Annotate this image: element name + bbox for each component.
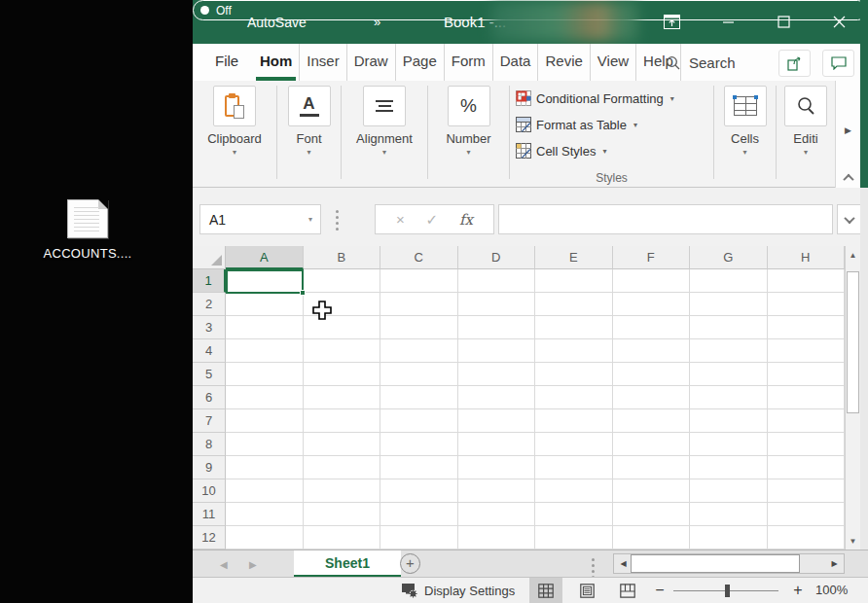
cell-d12[interactable]: [458, 526, 536, 550]
row-header-2[interactable]: 2: [193, 293, 226, 316]
format-as-table-button[interactable]: Format as Table ▾: [516, 114, 637, 135]
cell-d10[interactable]: [458, 479, 536, 503]
cell-c7[interactable]: [380, 409, 458, 433]
cell-b2[interactable]: [304, 293, 381, 316]
tab-revie[interactable]: Revie: [537, 44, 589, 81]
cell-a9[interactable]: [226, 456, 304, 479]
conditional-formatting-button[interactable]: Conditional Formatting ▾: [516, 88, 674, 109]
cell-g6[interactable]: [690, 386, 768, 409]
cell-styles-button[interactable]: Cell Styles ▾: [516, 140, 606, 161]
cell-e12[interactable]: [535, 526, 613, 550]
cell-f10[interactable]: [613, 479, 691, 503]
cell-b8[interactable]: [304, 433, 381, 456]
normal-view-button[interactable]: [529, 578, 562, 603]
column-header-a[interactable]: A: [226, 246, 304, 269]
dropdown-arrow-icon[interactable]: ▾: [777, 148, 835, 157]
previous-sheet-button[interactable]: ◀: [220, 550, 228, 578]
cell-g4[interactable]: [690, 339, 768, 363]
cell-b7[interactable]: [304, 409, 381, 433]
zoom-slider-handle[interactable]: [725, 585, 730, 597]
cell-g9[interactable]: [690, 456, 768, 479]
horizontal-scrollbar[interactable]: ◀ ▶: [613, 553, 845, 574]
cell-a6[interactable]: [226, 386, 304, 409]
insert-function-button[interactable]: fx: [459, 211, 473, 229]
cell-a5[interactable]: [226, 363, 304, 386]
cell-d3[interactable]: [458, 316, 536, 339]
cell-f3[interactable]: [613, 316, 691, 339]
cell-b4[interactable]: [304, 339, 381, 363]
cell-f8[interactable]: [613, 433, 691, 456]
cell-g1[interactable]: [690, 269, 768, 293]
cell-c12[interactable]: [380, 526, 458, 550]
cell-g3[interactable]: [690, 316, 768, 339]
cell-c10[interactable]: [380, 479, 458, 503]
cell-c4[interactable]: [380, 339, 458, 363]
dropdown-arrow-icon[interactable]: ▾: [714, 148, 776, 157]
cell-g10[interactable]: [690, 479, 768, 503]
select-all-button[interactable]: [193, 246, 226, 269]
dropdown-arrow-icon[interactable]: ▾: [308, 215, 312, 224]
cell-h9[interactable]: [768, 456, 846, 479]
cell-h3[interactable]: [768, 316, 846, 339]
ribbon-group-clipboard[interactable]: Clipboard ▾: [193, 81, 276, 188]
cell-f7[interactable]: [613, 409, 691, 433]
cell-d9[interactable]: [458, 456, 536, 479]
cell-e7[interactable]: [535, 409, 613, 433]
dropdown-arrow-icon[interactable]: ▾: [342, 148, 427, 157]
column-header-g[interactable]: G: [690, 246, 768, 269]
cell-a7[interactable]: [226, 409, 304, 433]
cell-f12[interactable]: [613, 526, 691, 550]
cell-f2[interactable]: [613, 293, 691, 316]
cell-d4[interactable]: [458, 339, 536, 363]
cell-e10[interactable]: [535, 479, 613, 503]
cell-b10[interactable]: [304, 479, 381, 503]
cell-a3[interactable]: [226, 316, 304, 339]
cell-f1[interactable]: [613, 269, 691, 293]
name-box[interactable]: A1 ▾: [199, 204, 321, 234]
column-header-f[interactable]: F: [613, 246, 691, 269]
cell-c1[interactable]: [380, 269, 458, 293]
cell-h5[interactable]: [768, 363, 846, 386]
ribbon-display-options-button[interactable]: [652, 0, 691, 44]
title-bar[interactable]: AutoSave Off » Book1 -...: [193, 0, 868, 44]
column-header-b[interactable]: B: [304, 246, 381, 269]
ribbon-group-alignment[interactable]: Alignment ▾: [342, 81, 427, 188]
ribbon-group-font[interactable]: A Font ▾: [277, 81, 341, 188]
comment-button[interactable]: [822, 50, 854, 77]
dropdown-arrow-icon[interactable]: ▾: [277, 148, 341, 157]
cell-c2[interactable]: [380, 293, 458, 316]
cell-g8[interactable]: [690, 433, 768, 456]
tab-inser[interactable]: Inser: [299, 44, 345, 81]
desktop-file-accounts[interactable]: ACCOUNTS....: [39, 199, 136, 261]
cell-b9[interactable]: [304, 456, 381, 479]
zoom-slider[interactable]: [673, 590, 778, 591]
cell-h7[interactable]: [768, 409, 846, 433]
cell-e4[interactable]: [535, 339, 613, 363]
ribbon-group-cells[interactable]: Cells ▾: [714, 81, 776, 188]
column-header-e[interactable]: E: [535, 246, 613, 269]
cell-c9[interactable]: [380, 456, 458, 479]
horizontal-scrollbar-thumb[interactable]: [631, 554, 800, 573]
cell-e1[interactable]: [535, 269, 613, 293]
page-layout-view-button[interactable]: [570, 578, 603, 603]
tab-draw[interactable]: Draw: [346, 44, 395, 81]
vertical-scrollbar[interactable]: ▲ ▼: [845, 246, 860, 550]
scroll-down-button[interactable]: ▼: [846, 532, 860, 550]
cell-a4[interactable]: [226, 339, 304, 363]
dropdown-arrow-icon[interactable]: ▾: [193, 148, 276, 157]
alignment-button[interactable]: [363, 86, 406, 126]
search-field[interactable]: Search: [666, 44, 736, 81]
cell-f5[interactable]: [613, 363, 691, 386]
minimize-button[interactable]: [708, 0, 747, 44]
cancel-entry-button[interactable]: ×: [396, 211, 405, 228]
expand-formula-bar-button[interactable]: [837, 204, 862, 234]
tab-form[interactable]: Form: [444, 44, 492, 81]
cell-a10[interactable]: [226, 479, 304, 503]
cell-d11[interactable]: [458, 503, 536, 526]
cell-e6[interactable]: [535, 386, 613, 409]
page-break-preview-button[interactable]: [611, 578, 644, 603]
clipboard-button[interactable]: [213, 86, 256, 126]
cell-d6[interactable]: [458, 386, 536, 409]
quick-access-overflow-icon[interactable]: »: [374, 0, 379, 44]
cell-h2[interactable]: [768, 293, 846, 316]
